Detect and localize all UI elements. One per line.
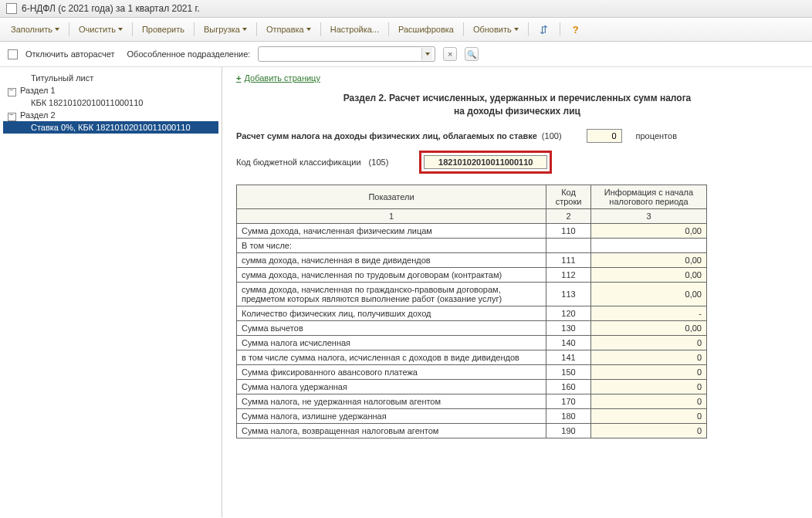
clear-subdivision-button[interactable]: × (443, 47, 457, 61)
value-cell[interactable]: 0 (591, 350, 707, 364)
value-cell[interactable]: 0 (591, 408, 707, 423)
tree-title-page[interactable]: Титульный лист (3, 72, 218, 84)
collapse-icon: ⇵ (538, 23, 550, 36)
kbk-input[interactable]: 18210102010011000110 (424, 155, 547, 169)
table-row: Сумма налога, не удержанная налоговым аг… (237, 394, 707, 408)
section-title: Раздел 2. Расчет исчисленных, удержанных… (236, 92, 798, 118)
subdivision-label: Обособленное подразделение: (127, 49, 251, 59)
window-title: 6-НДФЛ (с 2021 года) за 1 квартал 2021 г… (22, 3, 200, 14)
indicator-cell: сумма дохода, начисленная по гражданско-… (237, 282, 546, 306)
check-button[interactable]: Проверить (137, 22, 189, 36)
subhead-1: 1 (237, 208, 546, 223)
decode-button[interactable]: Расшифровка (394, 22, 458, 36)
options-bar: Отключить авторасчет Обособленное подраз… (0, 42, 812, 67)
code-cell: 170 (546, 394, 591, 408)
code-cell: 160 (546, 379, 591, 394)
clear-button[interactable]: Очистить (74, 22, 127, 36)
code-cell: 120 (546, 306, 591, 320)
code-cell: 140 (546, 335, 591, 350)
indicator-cell: Сумма налога, излишне удержанная (237, 408, 546, 423)
content-panel: + Добавить страницу Раздел 2. Расчет исч… (222, 67, 812, 517)
help-button[interactable]: ? (565, 21, 587, 38)
code-cell: 130 (546, 320, 591, 335)
value-cell[interactable]: 0 (591, 335, 707, 350)
indicator-cell: Количество физических лиц, получивших до… (237, 306, 546, 320)
code-cell: 150 (546, 364, 591, 379)
document-icon (6, 3, 17, 14)
table-row: Сумма фиксированного авансового платежа1… (237, 364, 707, 379)
table-row: Сумма дохода, начисленная физическим лиц… (237, 223, 707, 238)
indicator-cell: Сумма дохода, начисленная физическим лиц… (237, 223, 546, 238)
add-page-link[interactable]: + Добавить страницу (236, 73, 798, 83)
table-row: Сумма налога, излишне удержанная1800 (237, 408, 707, 423)
tree-section2-rate[interactable]: Ставка 0%, КБК 18210102010011000110 (3, 121, 218, 134)
indicator-cell: Сумма фиксированного авансового платежа (237, 364, 546, 379)
table-row: Сумма налога исчисленная1400 (237, 335, 707, 350)
value-cell[interactable]: 0,00 (591, 223, 707, 238)
indicator-cell: Сумма налога, возвращенная налоговым аге… (237, 423, 546, 438)
disable-autocalc-checkbox[interactable] (8, 49, 18, 59)
table-row: сумма дохода, начисленная по трудовым до… (237, 267, 707, 282)
indicator-cell: Сумма налога исчисленная (237, 335, 546, 350)
table-row: сумма дохода, начисленная по гражданско-… (237, 282, 707, 306)
value-cell[interactable]: 0,00 (591, 267, 707, 282)
subdivision-select[interactable] (258, 46, 435, 62)
collapse-button[interactable]: ⇵ (533, 21, 555, 38)
kbk-row: Код бюджетной классификации (105) 182101… (236, 151, 798, 174)
value-cell[interactable]: 0 (591, 394, 707, 408)
value-cell[interactable]: 0,00 (591, 282, 707, 306)
tree-section2[interactable]: Раздел 2 (3, 109, 218, 121)
value-cell (591, 238, 707, 252)
value-cell[interactable]: 0,00 (591, 252, 707, 267)
chevron-down-icon (118, 28, 123, 31)
disable-autocalc-label: Отключить авторасчет (25, 49, 115, 59)
rate-input[interactable]: 0 (587, 129, 622, 143)
search-subdivision-button[interactable]: 🔍 (465, 47, 479, 61)
code-cell: 111 (546, 252, 591, 267)
table-row: Сумма вычетов1300,00 (237, 320, 707, 335)
chevron-down-icon (425, 52, 430, 56)
value-cell[interactable]: 0 (591, 379, 707, 394)
table-row: Количество физических лиц, получивших до… (237, 306, 707, 320)
col-code: Код строки (546, 185, 591, 208)
table-row: сумма дохода, начисленная в виде дивиден… (237, 252, 707, 267)
code-cell: 113 (546, 282, 591, 306)
rate-suffix: процентов (636, 131, 677, 141)
fill-button[interactable]: Заполнить (6, 22, 64, 36)
table-row: в том числе сумма налога, исчисленная с … (237, 350, 707, 364)
table-row: Сумма налога удержанная1600 (237, 379, 707, 394)
title-bar: 6-НДФЛ (с 2021 года) за 1 квартал 2021 г… (0, 0, 812, 18)
code-cell: 112 (546, 267, 591, 282)
send-button[interactable]: Отправка (262, 22, 316, 36)
rate-label: Расчет сумм налога на доходы физических … (236, 131, 537, 141)
plus-icon: + (236, 73, 241, 83)
table-row: В том числе: (237, 238, 707, 252)
kbk-label: Код бюджетной классификации (236, 157, 361, 167)
tree-section1-kbk[interactable]: КБК 18210102010011000110 (3, 96, 218, 109)
indicator-cell: сумма дохода, начисленная по трудовым до… (237, 267, 546, 282)
value-cell[interactable]: 0 (591, 423, 707, 438)
settings-button[interactable]: Настройка... (326, 22, 384, 36)
export-button[interactable]: Выгрузка (199, 22, 252, 36)
indicator-cell: Сумма вычетов (237, 320, 546, 335)
chevron-down-icon (306, 28, 311, 31)
tree-section1[interactable]: Раздел 1 (3, 84, 218, 96)
indicator-cell: Сумма налога, не удержанная налоговым аг… (237, 394, 546, 408)
code-cell: 141 (546, 350, 591, 364)
refresh-button[interactable]: Обновить (469, 22, 523, 36)
value-cell[interactable]: 0,00 (591, 320, 707, 335)
chevron-down-icon (242, 28, 247, 31)
main-area: Титульный лист Раздел 1 КБК 182101020100… (0, 67, 812, 517)
col-indicator: Показатели (237, 185, 546, 208)
indicator-cell: В том числе: (237, 238, 546, 252)
search-icon: 🔍 (467, 50, 476, 59)
rate-code-label: (100) (542, 131, 562, 141)
value-cell[interactable]: 0 (591, 364, 707, 379)
code-cell: 110 (546, 223, 591, 238)
code-cell: 180 (546, 408, 591, 423)
table-row: Сумма налога, возвращенная налоговым аге… (237, 423, 707, 438)
toolbar: Заполнить Очистить Проверить Выгрузка От… (0, 18, 812, 42)
rate-row: Расчет сумм налога на доходы физических … (236, 129, 798, 143)
help-icon: ? (570, 23, 582, 36)
value-cell[interactable]: - (591, 306, 707, 320)
